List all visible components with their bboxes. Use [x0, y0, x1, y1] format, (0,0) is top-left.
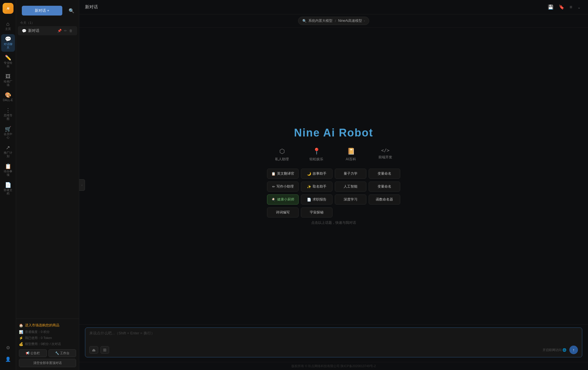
sidebar-item-member[interactable]: 🛒 会员中心 [1, 124, 15, 142]
new-chat-button[interactable]: 新对话 + [22, 6, 62, 16]
bookmark-btn[interactable]: 🔖 [557, 3, 566, 11]
category-personal[interactable]: ⬡ 私人助理 [270, 148, 293, 162]
universe-btn[interactable]: 宇宙探秘 [301, 207, 332, 217]
sidebar-icons: Ai ⌂ 主页 💬 对话聊天 ✏️ 专业绘画 🖼 绘画广场 🎨 DALL-E ⋮… [0, 0, 16, 370]
pin-btn[interactable]: 📌 [57, 28, 62, 33]
send-icon: ↑ [573, 348, 575, 352]
gallery-label: 绘画广场 [3, 80, 13, 87]
func-name-label: 函数命名器 [376, 197, 393, 202]
story-btn[interactable]: 🌙 故事助手 [301, 169, 332, 179]
category-frontend[interactable]: </> 前端开发 [374, 148, 397, 162]
home-label: 主页 [5, 27, 11, 31]
market-label: 进入市场选购您的商品 [25, 323, 59, 328]
todo-label: 待办事项 [3, 170, 13, 177]
todo-icon: 📋 [5, 164, 11, 169]
cost-icon: 💰 [19, 342, 23, 346]
quantum-btn[interactable]: 量子力学 [335, 169, 366, 179]
chevron-right-icon: › [364, 19, 365, 22]
expand-btn[interactable]: ⌄ [576, 3, 582, 11]
layout-btn[interactable]: ⊞ [100, 346, 109, 354]
notice-btn[interactable]: 📢 公告栏 [19, 349, 47, 357]
hint-text: 点击以上话题，快速与我对话 [311, 220, 356, 225]
member-icon: 🛒 [5, 126, 11, 132]
btn-row: 📢 公告栏 🔧 工作台 [19, 349, 76, 357]
action-grid-row4: 诗词编写 宇宙探秘 [267, 207, 400, 217]
sidebar-item-mind[interactable]: ⋮ 思维导图 [1, 105, 15, 123]
send-button[interactable]: ↑ [569, 346, 578, 354]
internet-toggle[interactable]: 开启联网访问 🌐 [543, 348, 566, 352]
home-icon: ⌂ [6, 21, 9, 26]
conv-label: 新对话 [28, 28, 55, 33]
workspace-label: 工作台 [60, 351, 69, 355]
sidebar-item-todo[interactable]: 📋 待办事项 [1, 161, 15, 179]
sidebar-item-docs[interactable]: 📄 部署文档 [1, 180, 15, 198]
sidebar-item-chat[interactable]: 💬 对话聊天 [1, 34, 15, 52]
sidebar-item-home[interactable]: ⌂ 主页 [1, 19, 15, 33]
ai-learn-btn[interactable]: 人工智能 [335, 182, 366, 192]
input-tools: ⏏ ⊞ [89, 346, 109, 354]
left-panel: 新对话 + 🔍 今天（1） 💬 新对话 📌 ✏ 🗑 🏠 进入市场选购您的商品 📊… [16, 0, 79, 370]
workspace-btn[interactable]: 🔧 工作台 [49, 349, 76, 357]
stat-quota: 📊 普通额度：0 积分 [19, 329, 76, 335]
model-selector[interactable]: 🔍 系统内置大模型 / NineAi高速模型 › [298, 17, 369, 25]
cooking-icon: 🍳 [271, 198, 276, 202]
story-icon: 🌙 [307, 172, 311, 176]
sidebar-item-draw[interactable]: ✏️ 专业绘画 [1, 53, 15, 70]
naming-btn[interactable]: ✨ 取名助手 [301, 182, 332, 192]
collapse-button[interactable]: ‹ [79, 179, 85, 191]
sidebar-item-dalle[interactable]: 🎨 DALL-E [1, 90, 15, 104]
ai-learn-label: 人工智能 [344, 184, 357, 189]
varname2-btn[interactable]: 变量命名 [369, 182, 400, 192]
header-actions: 💾 🔖 ≡ ⌄ [546, 3, 582, 11]
sidebar-settings[interactable]: ⚙ [1, 342, 15, 353]
chat-input[interactable] [89, 331, 578, 342]
edit-btn[interactable]: ✏ [63, 28, 67, 33]
sidebar-item-gallery[interactable]: 🖼 绘画广场 [1, 72, 15, 89]
clear-btn[interactable]: 清空全部非置顶对话 [19, 359, 76, 367]
menu-btn[interactable]: ≡ [568, 3, 574, 11]
notice-label: 公告栏 [30, 351, 40, 355]
docs-label: 部署文档 [3, 188, 13, 195]
varname-btn[interactable]: 变量命名 [369, 169, 400, 179]
workspace-icon: 🔧 [55, 351, 59, 355]
cooking-label: 健康小厨师 [277, 197, 294, 202]
promote-icon: ↗ [6, 145, 10, 150]
input-box: ⏏ ⊞ 开启联网访问 🌐 ↑ [85, 327, 582, 357]
save-btn[interactable]: 💾 [546, 3, 555, 11]
poetry-btn[interactable]: 诗词编写 [267, 207, 299, 217]
writing-btn[interactable]: ✏ 写作小助理 [267, 182, 299, 192]
dalle-icon: 🎨 [5, 92, 11, 98]
search-button[interactable]: 🔍 [67, 6, 76, 15]
personal-label: 私人助理 [275, 157, 289, 162]
category-leisure[interactable]: 📍 轻松娱乐 [305, 148, 328, 162]
translate-icon: 📋 [271, 172, 276, 176]
layout-icon: ⊞ [103, 348, 107, 352]
quantum-label: 量子力学 [344, 171, 357, 176]
market-link[interactable]: 🏠 进入市场选购您的商品 [19, 322, 76, 329]
story-label: 故事助手 [313, 171, 326, 176]
action-grid-row1: 📋 英文翻译官 🌙 故事助手 量子力学 变量命名 [267, 169, 400, 179]
action-grid-wrapper: 📋 英文翻译官 🌙 故事助手 量子力学 变量命名 [267, 169, 400, 217]
universe-label: 宇宙探秘 [310, 210, 324, 215]
translate-btn[interactable]: 📋 英文翻译官 [267, 169, 299, 179]
stat-cost: 💰 模型费用：0积分 / 次对话 [19, 341, 76, 347]
sidebar-user[interactable]: 👤 [1, 354, 15, 364]
upload-btn[interactable]: ⏏ [89, 346, 98, 354]
input-right: 开启联网访问 🌐 ↑ [543, 346, 578, 354]
leisure-icon: 📍 [313, 148, 320, 155]
resume-btn[interactable]: 📄 求职报告 [301, 194, 332, 205]
docs-icon: 📄 [5, 182, 11, 188]
writing-label: 写作小助理 [276, 184, 294, 189]
market-icon: 🏠 [19, 323, 23, 327]
func-name-btn[interactable]: 函数命名器 [369, 194, 400, 205]
delete-btn[interactable]: 🗑 [69, 28, 73, 33]
promote-label: 推广计划 [3, 151, 13, 158]
cooking-btn[interactable]: 🍳 健康小厨师 [267, 194, 299, 205]
sidebar-item-promote[interactable]: ↗ 推广计划 [1, 143, 15, 160]
category-encyclopedia[interactable]: 📔 AI百科 [339, 148, 362, 162]
mind-icon: ⋮ [5, 108, 11, 113]
conversation-item[interactable]: 💬 新对话 📌 ✏ 🗑 [18, 26, 77, 35]
varname2-label: 变量命名 [378, 184, 391, 189]
conv-section-label: 今天（1） [16, 18, 79, 26]
deep-learn-btn[interactable]: 深度学习 [335, 194, 366, 205]
